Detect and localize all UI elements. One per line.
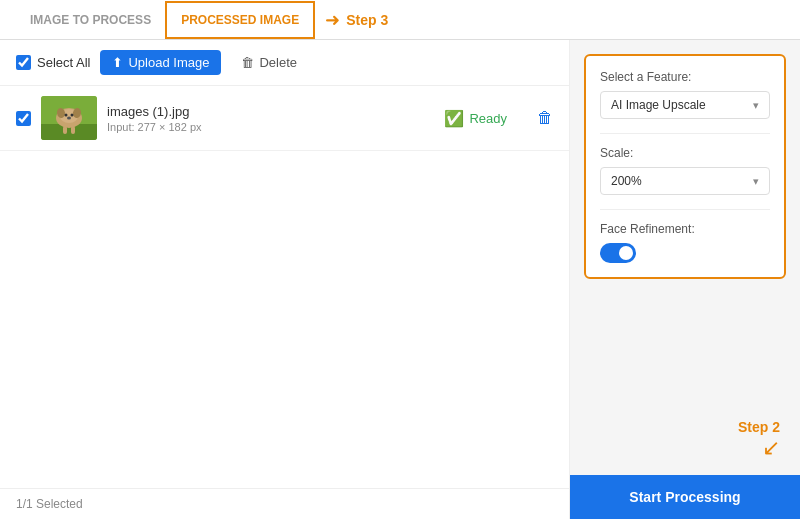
content-row: Select All ⬆ Upload Image 🗑 Delete <box>0 40 800 519</box>
select-all-checkbox[interactable]: Select All <box>16 55 90 70</box>
divider-2 <box>600 209 770 210</box>
face-refinement-toggle[interactable] <box>600 243 636 263</box>
tab-image-to-process[interactable]: IMAGE TO PROCESS <box>16 3 165 37</box>
feature-label: Select a Feature: <box>600 70 770 84</box>
step3-arrow-icon: ➜ <box>325 9 340 31</box>
svg-point-7 <box>71 114 74 117</box>
start-processing-button[interactable]: Start Processing <box>570 475 800 519</box>
toggle-knob <box>619 246 633 260</box>
left-panel: Select All ⬆ Upload Image 🗑 Delete <box>0 40 570 519</box>
face-refinement-section: Face Refinement: <box>600 222 770 263</box>
upload-icon: ⬆ <box>112 55 123 70</box>
feature-dropdown[interactable]: AI Image Upscale ▾ <box>600 91 770 119</box>
step3-label: Step 3 <box>346 12 388 28</box>
upload-label: Upload Image <box>128 55 209 70</box>
file-list: images (1).jpg Input: 277 × 182 px ✅ Rea… <box>0 86 569 488</box>
file-thumbnail <box>41 96 97 140</box>
step2-label: Step 2 <box>738 419 780 435</box>
file-trash-icon: 🗑 <box>537 109 553 126</box>
file-checkbox[interactable] <box>16 111 31 126</box>
file-status: ✅ Ready <box>444 109 507 128</box>
file-name: images (1).jpg <box>107 104 434 119</box>
tabs-bar: IMAGE TO PROCESS PROCESSED IMAGE ➜ Step … <box>0 0 800 40</box>
face-refinement-label: Face Refinement: <box>600 222 770 236</box>
trash-icon: 🗑 <box>241 55 254 70</box>
file-info: images (1).jpg Input: 277 × 182 px <box>107 104 434 133</box>
step3-annotation: ➜ Step 3 <box>325 9 388 31</box>
file-delete-button[interactable]: 🗑 <box>537 109 553 127</box>
scale-value: 200% <box>611 174 642 188</box>
feature-value: AI Image Upscale <box>611 98 706 112</box>
bottom-bar: 1/1 Selected <box>0 488 569 519</box>
feature-chevron-icon: ▾ <box>753 99 759 112</box>
right-panel: Select a Feature: AI Image Upscale ▾ Sca… <box>570 40 800 519</box>
check-circle-icon: ✅ <box>444 109 464 128</box>
settings-box: Select a Feature: AI Image Upscale ▾ Sca… <box>584 54 786 279</box>
upload-button[interactable]: ⬆ Upload Image <box>100 50 221 75</box>
svg-point-8 <box>67 117 71 120</box>
tab-processed-image[interactable]: PROCESSED IMAGE <box>165 1 315 39</box>
svg-rect-10 <box>71 126 75 134</box>
svg-rect-9 <box>63 126 67 134</box>
file-meta: Input: 277 × 182 px <box>107 121 434 133</box>
selected-count: 1/1 Selected <box>16 497 83 511</box>
step2-arrow-icon: ↙ <box>762 437 780 459</box>
file-item: images (1).jpg Input: 277 × 182 px ✅ Rea… <box>0 86 569 151</box>
select-all-label: Select All <box>37 55 90 70</box>
divider-1 <box>600 133 770 134</box>
delete-label: Delete <box>259 55 297 70</box>
select-all-input[interactable] <box>16 55 31 70</box>
toolbar: Select All ⬆ Upload Image 🗑 Delete <box>0 40 569 86</box>
scale-dropdown[interactable]: 200% ▾ <box>600 167 770 195</box>
status-label: Ready <box>469 111 507 126</box>
main-container: IMAGE TO PROCESS PROCESSED IMAGE ➜ Step … <box>0 0 800 519</box>
feature-section: Select a Feature: AI Image Upscale ▾ <box>600 70 770 119</box>
scale-chevron-icon: ▾ <box>753 175 759 188</box>
scale-label: Scale: <box>600 146 770 160</box>
toggle-row <box>600 243 770 263</box>
svg-point-6 <box>65 114 68 117</box>
delete-button[interactable]: 🗑 Delete <box>231 50 307 75</box>
step2-annotation: Step 2 ↙ <box>738 419 780 459</box>
scale-section: Scale: 200% ▾ <box>600 146 770 195</box>
